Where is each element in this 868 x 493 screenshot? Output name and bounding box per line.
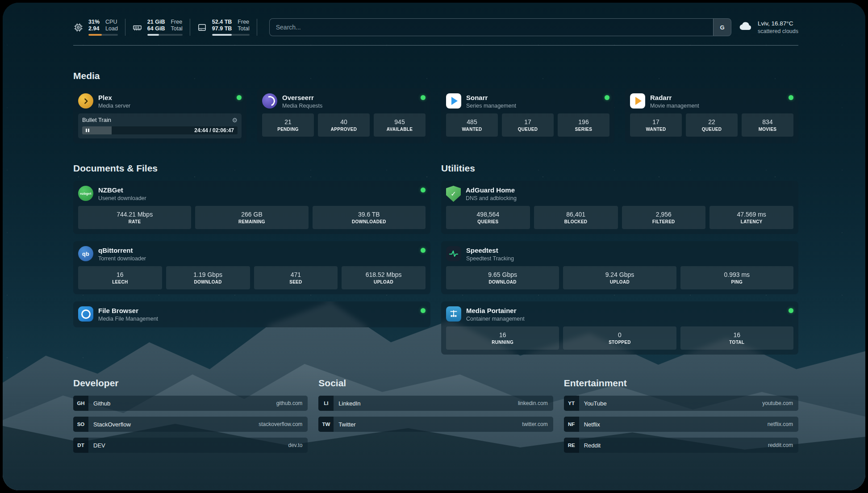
section-developer: Developer GH Github github.com SO StackO…	[73, 378, 308, 459]
section-entertainment: Entertainment YT YouTube youtube.com NF …	[564, 378, 798, 459]
stat-tile: 0 STOPPED	[563, 326, 676, 350]
bookmark-name: DEV	[93, 442, 105, 449]
service-name: Radarr	[650, 93, 784, 102]
bookmark-url: reddit.com	[768, 442, 793, 448]
bookmark-twitter[interactable]: TW Twitter twitter.com	[318, 417, 553, 432]
service-name: File Browser	[98, 306, 416, 315]
search-input[interactable]	[270, 24, 713, 31]
playback-progress-bar[interactable]: 24:44 / 02:06:47	[82, 126, 238, 134]
bookmark-url: dev.to	[288, 442, 303, 448]
service-subtitle: Torrent downloader	[98, 255, 416, 262]
stat-tile: 0.993 ms PING	[680, 266, 793, 289]
service-subtitle: Usenet downloader	[98, 195, 416, 202]
stat-tile: 16 LEECH	[78, 266, 162, 289]
weather-location: Lviv, 16.87°C	[758, 20, 798, 28]
memory-widget: 21 GiB Free 64 GiB Total	[132, 19, 190, 36]
status-dot	[789, 308, 793, 313]
service-name: Speedtest	[466, 246, 793, 255]
plex-now-playing: Bullet Train ⚙ 24:44 / 02:06:47	[78, 113, 242, 138]
bookmark-netflix[interactable]: NF Netflix netflix.com	[564, 417, 798, 432]
disk-free-value: 52.4 TB	[212, 19, 232, 25]
stat-tile: 498,564 QUERIES	[446, 206, 530, 229]
radarr-icon	[630, 93, 645, 109]
stat-tile: 471 SEED	[254, 266, 338, 289]
nzbget-link[interactable]: nzbget NZBGet Usenet downloader	[78, 186, 426, 202]
bookmark-reddit[interactable]: RE Reddit reddit.com	[564, 438, 798, 453]
bookmark-youtube[interactable]: YT YouTube youtube.com	[564, 396, 798, 411]
filebrowser-link[interactable]: File Browser Media File Management	[78, 306, 426, 322]
cpu-load-label: Load	[105, 25, 118, 32]
bookmark-name: Reddit	[584, 442, 601, 449]
nzbget-icon: nzbget	[78, 186, 93, 201]
disk-free-label: Free	[238, 19, 249, 25]
pause-icon[interactable]	[86, 129, 89, 132]
bookmark-abbr: TW	[318, 417, 334, 432]
status-dot	[605, 95, 609, 100]
service-name: AdGuard Home	[466, 186, 793, 194]
gear-icon[interactable]: ⚙	[232, 117, 238, 123]
qbittorrent-link[interactable]: qb qBittorrent Torrent downloader	[78, 246, 426, 262]
status-dot	[421, 308, 426, 313]
bookmark-name: LinkedIn	[338, 400, 360, 407]
topbar: 31% CPU 2.94 Load	[73, 15, 798, 39]
stat-tile: 2,956 FILTERED	[622, 206, 706, 229]
bookmark-github[interactable]: GH Github github.com	[73, 396, 308, 411]
speedtest-link[interactable]: Speedtest Speedtest Tracking	[446, 246, 793, 262]
media-section-title: Media	[73, 71, 798, 81]
portainer-link[interactable]: Media Portainer Container management	[446, 306, 793, 322]
bookmark-stackoverflow[interactable]: SO StackOverflow stackoverflow.com	[73, 417, 308, 432]
status-dot	[421, 188, 426, 192]
service-subtitle: DNS and adblocking	[466, 195, 793, 202]
stat-tile: 1.19 Gbps DOWNLOAD	[166, 266, 250, 289]
sonarr-link[interactable]: Sonarr Series management	[446, 93, 609, 109]
bookmark-name: Github	[93, 400, 110, 407]
disk-icon	[197, 22, 207, 33]
nzbget-card: nzbget NZBGet Usenet downloader 744.21 M…	[73, 181, 430, 234]
service-name: Overseerr	[282, 93, 416, 102]
service-name: Media Portainer	[466, 306, 784, 315]
bookmark-name: StackOverflow	[93, 421, 131, 428]
stat-tile: 834 MOVIES	[742, 113, 793, 137]
topbar-divider	[73, 45, 798, 46]
adguard-link[interactable]: ✓ AdGuard Home DNS and adblocking	[446, 186, 793, 202]
service-name: Sonarr	[466, 93, 600, 102]
search-provider-button[interactable]: G	[713, 19, 731, 36]
cpu-usage-value: 31%	[88, 19, 100, 25]
dashboard-screen: 31% CPU 2.94 Load	[3, 3, 865, 490]
bookmark-linkedin[interactable]: LI LinkedIn linkedin.com	[318, 396, 553, 411]
bookmark-url: github.com	[276, 400, 303, 406]
radarr-link[interactable]: Radarr Movie management	[630, 93, 793, 109]
portainer-icon	[446, 306, 461, 322]
overseerr-link[interactable]: Overseerr Media Requests	[262, 93, 426, 109]
plex-link[interactable]: Plex Media server	[78, 93, 242, 109]
overseerr-icon	[262, 93, 277, 109]
developer-section-title: Developer	[73, 378, 308, 389]
bookmark-abbr: RE	[564, 438, 579, 453]
service-name: qBittorrent	[98, 246, 416, 255]
weather-widget: Lviv, 16.87°C scattered clouds	[739, 19, 798, 35]
stat-tile: 16 TOTAL	[680, 326, 793, 350]
service-subtitle: Container management	[466, 315, 784, 322]
stat-tile: 40 APPROVED	[318, 113, 370, 137]
bookmark-dev[interactable]: DT DEV dev.to	[73, 438, 308, 453]
radarr-card: Radarr Movie management 17 WANTED 22 QUE…	[625, 88, 798, 143]
portainer-card: Media Portainer Container management 16 …	[441, 301, 798, 355]
bookmark-name: YouTube	[584, 400, 607, 407]
stat-tile: 618.52 Mbps UPLOAD	[342, 266, 426, 289]
cpu-progress-bar	[88, 34, 118, 36]
stat-tile: 17 WANTED	[630, 113, 682, 137]
stat-tile: 39.6 TB DOWNLOADED	[313, 206, 426, 229]
search-bar: G	[269, 18, 731, 36]
memory-icon	[132, 22, 142, 33]
bookmark-name: Netflix	[584, 421, 600, 428]
disk-progress-bar	[212, 34, 250, 36]
bookmark-url: youtube.com	[762, 400, 793, 406]
filebrowser-icon	[78, 306, 93, 322]
plex-card: Plex Media server Bullet Train ⚙	[73, 88, 246, 143]
weather-condition: scattered clouds	[758, 28, 798, 35]
section-social: Social LI LinkedIn linkedin.com TW Twitt…	[318, 378, 553, 459]
section-documents: Documents & Files nzbget NZBGet Usenet d…	[73, 163, 430, 355]
status-dot	[789, 95, 793, 100]
stat-tile: 47.569 ms LATENCY	[709, 206, 793, 229]
status-dot	[237, 95, 242, 100]
